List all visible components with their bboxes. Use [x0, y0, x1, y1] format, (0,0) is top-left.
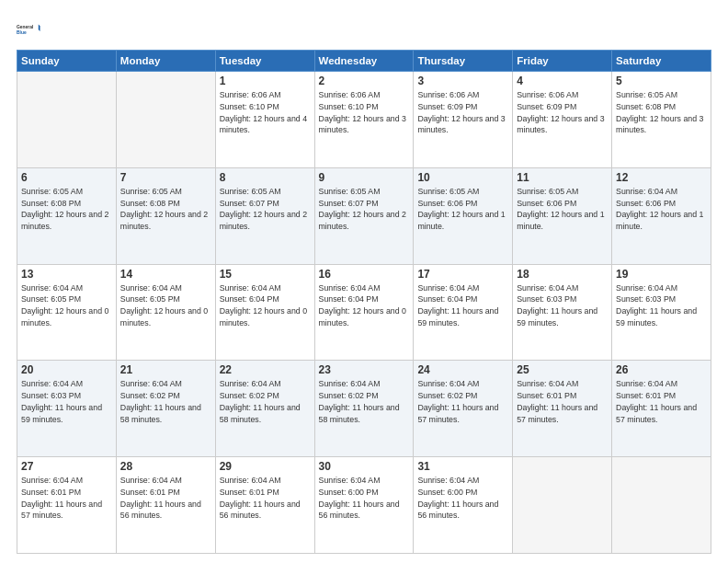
day-info: Sunrise: 6:06 AM Sunset: 6:09 PM Dayligh…: [417, 89, 508, 136]
day-info: Sunrise: 6:04 AM Sunset: 6:03 PM Dayligh…: [21, 378, 112, 425]
weekday-header-friday: Friday: [513, 51, 612, 72]
day-info: Sunrise: 6:04 AM Sunset: 6:01 PM Dayligh…: [517, 378, 608, 425]
day-number: 16: [319, 268, 410, 281]
day-number: 21: [120, 363, 211, 376]
weekday-header-thursday: Thursday: [414, 51, 513, 72]
day-info: Sunrise: 6:04 AM Sunset: 6:01 PM Dayligh…: [616, 378, 707, 425]
day-info: Sunrise: 6:04 AM Sunset: 6:02 PM Dayligh…: [417, 378, 508, 425]
weekday-header-row: SundayMondayTuesdayWednesdayThursdayFrid…: [17, 51, 711, 72]
svg-marker-2: [39, 24, 42, 31]
logo: GeneralBlue: [17, 17, 42, 42]
day-number: 12: [616, 171, 707, 184]
day-info: Sunrise: 6:04 AM Sunset: 6:01 PM Dayligh…: [21, 475, 112, 522]
calendar-cell: 16Sunrise: 6:04 AM Sunset: 6:04 PM Dayli…: [314, 264, 414, 361]
day-info: Sunrise: 6:05 AM Sunset: 6:08 PM Dayligh…: [616, 89, 707, 136]
calendar-table: SundayMondayTuesdayWednesdayThursdayFrid…: [17, 50, 711, 554]
calendar-cell: 28Sunrise: 6:04 AM Sunset: 6:01 PM Dayli…: [116, 457, 215, 554]
day-number: 20: [21, 363, 112, 376]
calendar-cell: 29Sunrise: 6:04 AM Sunset: 6:01 PM Dayli…: [215, 457, 314, 554]
day-info: Sunrise: 6:04 AM Sunset: 6:05 PM Dayligh…: [21, 282, 112, 329]
calendar-cell: 3Sunrise: 6:06 AM Sunset: 6:09 PM Daylig…: [414, 72, 513, 168]
day-number: 22: [220, 363, 311, 376]
day-info: Sunrise: 6:04 AM Sunset: 6:03 PM Dayligh…: [517, 282, 608, 329]
day-number: 13: [21, 268, 112, 281]
calendar-cell: 15Sunrise: 6:04 AM Sunset: 6:04 PM Dayli…: [215, 264, 314, 361]
svg-text:Blue: Blue: [17, 30, 27, 35]
calendar-cell: 11Sunrise: 6:05 AM Sunset: 6:06 PM Dayli…: [513, 167, 612, 264]
calendar-cell: 25Sunrise: 6:04 AM Sunset: 6:01 PM Dayli…: [513, 361, 612, 457]
calendar-cell: 4Sunrise: 6:06 AM Sunset: 6:09 PM Daylig…: [513, 72, 612, 168]
calendar-cell: 22Sunrise: 6:04 AM Sunset: 6:02 PM Dayli…: [215, 361, 314, 457]
day-number: 30: [319, 460, 410, 473]
day-number: 4: [517, 75, 608, 87]
calendar-cell: 10Sunrise: 6:05 AM Sunset: 6:06 PM Dayli…: [414, 167, 513, 264]
day-number: 17: [417, 268, 508, 281]
week-row-3: 13Sunrise: 6:04 AM Sunset: 6:05 PM Dayli…: [17, 264, 711, 361]
calendar-cell: 12Sunrise: 6:04 AM Sunset: 6:06 PM Dayli…: [612, 167, 711, 264]
calendar-cell: 19Sunrise: 6:04 AM Sunset: 6:03 PM Dayli…: [612, 264, 711, 361]
day-number: 1: [220, 75, 311, 87]
day-info: Sunrise: 6:04 AM Sunset: 6:03 PM Dayligh…: [616, 282, 707, 329]
day-number: 18: [517, 268, 608, 281]
calendar-cell: 27Sunrise: 6:04 AM Sunset: 6:01 PM Dayli…: [17, 457, 117, 554]
day-info: Sunrise: 6:04 AM Sunset: 6:05 PM Dayligh…: [120, 282, 211, 329]
weekday-header-tuesday: Tuesday: [215, 51, 314, 72]
day-number: 5: [616, 75, 707, 87]
day-info: Sunrise: 6:04 AM Sunset: 6:04 PM Dayligh…: [319, 282, 410, 329]
day-number: 6: [21, 171, 112, 184]
day-number: 9: [319, 171, 410, 184]
day-info: Sunrise: 6:05 AM Sunset: 6:07 PM Dayligh…: [319, 186, 410, 233]
day-number: 28: [120, 460, 211, 473]
day-info: Sunrise: 6:04 AM Sunset: 6:00 PM Dayligh…: [417, 475, 508, 522]
day-info: Sunrise: 6:05 AM Sunset: 6:06 PM Dayligh…: [517, 186, 608, 233]
calendar-cell: 6Sunrise: 6:05 AM Sunset: 6:08 PM Daylig…: [17, 167, 117, 264]
day-number: 8: [220, 171, 311, 184]
day-number: 25: [517, 363, 608, 376]
day-info: Sunrise: 6:04 AM Sunset: 6:04 PM Dayligh…: [220, 282, 311, 329]
day-info: Sunrise: 6:05 AM Sunset: 6:08 PM Dayligh…: [21, 186, 112, 233]
calendar-cell: 30Sunrise: 6:04 AM Sunset: 6:00 PM Dayli…: [314, 457, 414, 554]
day-number: 19: [616, 268, 707, 281]
day-info: Sunrise: 6:05 AM Sunset: 6:06 PM Dayligh…: [417, 186, 508, 233]
calendar-cell: 1Sunrise: 6:06 AM Sunset: 6:10 PM Daylig…: [215, 72, 314, 168]
day-number: 7: [120, 171, 211, 184]
calendar-cell: 24Sunrise: 6:04 AM Sunset: 6:02 PM Dayli…: [414, 361, 513, 457]
day-info: Sunrise: 6:06 AM Sunset: 6:09 PM Dayligh…: [517, 89, 608, 136]
day-number: 24: [417, 363, 508, 376]
day-info: Sunrise: 6:05 AM Sunset: 6:08 PM Dayligh…: [120, 186, 211, 233]
week-row-2: 6Sunrise: 6:05 AM Sunset: 6:08 PM Daylig…: [17, 167, 711, 264]
svg-text:General: General: [17, 25, 34, 29]
calendar-cell: [17, 72, 117, 168]
calendar-cell: 21Sunrise: 6:04 AM Sunset: 6:02 PM Dayli…: [116, 361, 215, 457]
day-info: Sunrise: 6:04 AM Sunset: 6:04 PM Dayligh…: [417, 282, 508, 329]
week-row-1: 1Sunrise: 6:06 AM Sunset: 6:10 PM Daylig…: [17, 72, 711, 168]
day-info: Sunrise: 6:04 AM Sunset: 6:02 PM Dayligh…: [220, 378, 311, 425]
day-number: 26: [616, 363, 707, 376]
weekday-header-monday: Monday: [116, 51, 215, 72]
calendar-cell: 23Sunrise: 6:04 AM Sunset: 6:02 PM Dayli…: [314, 361, 414, 457]
day-number: 10: [417, 171, 508, 184]
calendar-cell: 18Sunrise: 6:04 AM Sunset: 6:03 PM Dayli…: [513, 264, 612, 361]
day-info: Sunrise: 6:04 AM Sunset: 6:01 PM Dayligh…: [120, 475, 211, 522]
calendar-cell: 5Sunrise: 6:05 AM Sunset: 6:08 PM Daylig…: [612, 72, 711, 168]
day-info: Sunrise: 6:04 AM Sunset: 6:01 PM Dayligh…: [220, 475, 311, 522]
calendar-cell: 26Sunrise: 6:04 AM Sunset: 6:01 PM Dayli…: [612, 361, 711, 457]
calendar-cell: 9Sunrise: 6:05 AM Sunset: 6:07 PM Daylig…: [314, 167, 414, 264]
day-info: Sunrise: 6:04 AM Sunset: 6:02 PM Dayligh…: [319, 378, 410, 425]
calendar-cell: 2Sunrise: 6:06 AM Sunset: 6:10 PM Daylig…: [314, 72, 414, 168]
day-number: 2: [319, 75, 410, 87]
day-number: 23: [319, 363, 410, 376]
day-number: 11: [517, 171, 608, 184]
day-number: 31: [417, 460, 508, 473]
calendar-cell: [612, 457, 711, 554]
calendar-cell: 8Sunrise: 6:05 AM Sunset: 6:07 PM Daylig…: [215, 167, 314, 264]
day-info: Sunrise: 6:04 AM Sunset: 6:00 PM Dayligh…: [319, 475, 410, 522]
calendar-cell: 14Sunrise: 6:04 AM Sunset: 6:05 PM Dayli…: [116, 264, 215, 361]
page: GeneralBlue SundayMondayTuesdayWednesday…: [0, 0, 728, 563]
calendar-cell: 7Sunrise: 6:05 AM Sunset: 6:08 PM Daylig…: [116, 167, 215, 264]
weekday-header-sunday: Sunday: [17, 51, 117, 72]
weekday-header-wednesday: Wednesday: [314, 51, 414, 72]
day-info: Sunrise: 6:04 AM Sunset: 6:02 PM Dayligh…: [120, 378, 211, 425]
calendar-cell: 31Sunrise: 6:04 AM Sunset: 6:00 PM Dayli…: [414, 457, 513, 554]
calendar-cell: [513, 457, 612, 554]
